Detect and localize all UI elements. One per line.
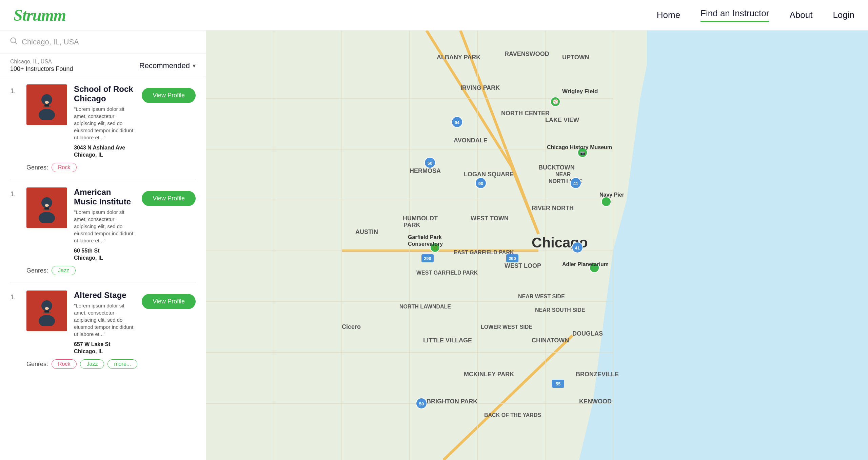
- genre-tag[interactable]: Jazz: [80, 359, 104, 369]
- svg-point-18: [45, 307, 49, 310]
- svg-text:41: 41: [575, 245, 580, 251]
- svg-text:Chicago History Museum: Chicago History Museum: [547, 144, 612, 150]
- result-desc: "Lorem ipsum dolor sit amet, consectetur…: [74, 302, 135, 338]
- view-profile-btn-wrap: View Profile: [142, 84, 196, 103]
- svg-text:41: 41: [573, 181, 578, 186]
- list-item: 1. American Music Institute: [0, 179, 206, 275]
- result-number: 1.: [10, 291, 20, 301]
- svg-text:HUMBOLDT: HUMBOLDT: [403, 215, 438, 222]
- chevron-down-icon: ▾: [193, 62, 196, 69]
- view-profile-button[interactable]: View Profile: [142, 191, 196, 206]
- results-list: 1. School of Rock Chicago ": [0, 76, 206, 460]
- svg-text:AUSTIN: AUSTIN: [355, 228, 378, 235]
- svg-rect-13: [43, 209, 51, 211]
- genres-label: Genres:: [26, 361, 48, 368]
- svg-text:WEST TOWN: WEST TOWN: [471, 215, 509, 222]
- svg-text:IRVING PARK: IRVING PARK: [460, 84, 500, 91]
- logo[interactable]: Strumm: [14, 6, 66, 24]
- svg-text:UPTOWN: UPTOWN: [562, 54, 589, 61]
- avatar: [26, 291, 67, 331]
- genres-row: Genres: Rock Jazz more...: [26, 359, 196, 369]
- filter-location: Chicago, IL, USA: [10, 59, 73, 65]
- filter-count: 100+ Instructors Found: [10, 65, 73, 73]
- svg-text:MCKINLEY PARK: MCKINLEY PARK: [464, 371, 514, 378]
- nav-home[interactable]: Home: [657, 10, 680, 20]
- avatar: [26, 84, 67, 125]
- svg-text:AVONDALE: AVONDALE: [454, 137, 488, 144]
- result-desc: "Lorem ipsum dolor sit amet, consectetur…: [74, 208, 135, 244]
- svg-text:90: 90: [478, 181, 483, 186]
- svg-text:Wrigley Field: Wrigley Field: [562, 88, 598, 95]
- svg-text:DOUGLAS: DOUGLAS: [572, 330, 603, 337]
- svg-text:LOWER WEST SIDE: LOWER WEST SIDE: [481, 324, 532, 330]
- view-profile-btn-wrap: View Profile: [142, 187, 196, 206]
- view-profile-button[interactable]: View Profile: [142, 88, 196, 103]
- nav-about[interactable]: About: [789, 10, 812, 20]
- nav-links: Home Find an Instructor About Login: [657, 8, 854, 22]
- svg-text:Cicero: Cicero: [342, 323, 361, 330]
- svg-text:NEAR: NEAR: [555, 172, 571, 177]
- svg-text:HERMOSA: HERMOSA: [410, 167, 441, 174]
- map-panel[interactable]: ALBANY PARK RAVENSWOOD UPTOWN IRVING PAR…: [206, 31, 868, 460]
- list-item: 1. Altered Stage "Lorem ips: [0, 282, 206, 369]
- main-container: Chicago, IL, USA 100+ Instructors Found …: [0, 31, 868, 460]
- svg-text:BACK OF THE YARDS: BACK OF THE YARDS: [484, 412, 541, 418]
- view-profile-btn-wrap: View Profile: [142, 291, 196, 309]
- svg-text:RIVER NORTH: RIVER NORTH: [532, 205, 574, 212]
- svg-text:RAVENSWOOD: RAVENSWOOD: [505, 51, 549, 57]
- result-desc: "Lorem ipsum dolor sit amet, consectetur…: [74, 105, 135, 141]
- svg-text:NORTH CENTER: NORTH CENTER: [501, 110, 550, 117]
- svg-text:50: 50: [428, 161, 432, 166]
- genre-tag[interactable]: more...: [107, 359, 137, 369]
- svg-text:Adler Planetarium: Adler Planetarium: [562, 261, 609, 267]
- svg-rect-19: [43, 312, 51, 314]
- nav-login[interactable]: Login: [833, 10, 854, 20]
- genres-row: Genres: Jazz: [26, 266, 196, 275]
- svg-text:55: 55: [556, 381, 560, 386]
- svg-text:KENWOOD: KENWOOD: [579, 398, 612, 405]
- svg-text:LOGAN SQUARE: LOGAN SQUARE: [464, 171, 514, 178]
- genre-tag[interactable]: Jazz: [52, 266, 76, 275]
- result-address: 60 55th St: [74, 247, 135, 255]
- svg-text:NEAR SOUTH SIDE: NEAR SOUTH SIDE: [535, 307, 585, 313]
- svg-text:Garfield Park: Garfield Park: [408, 234, 442, 240]
- svg-text:ALBANY PARK: ALBANY PARK: [437, 54, 480, 61]
- result-address: 657 W Lake St: [74, 340, 135, 348]
- result-city: Chicago, IL: [74, 255, 135, 261]
- result-number: 1.: [10, 187, 20, 198]
- result-info: School of Rock Chicago "Lorem ipsum dolo…: [74, 84, 135, 158]
- genre-tag[interactable]: Rock: [52, 359, 77, 369]
- result-address: 3043 N Ashland Ave: [74, 144, 135, 152]
- svg-text:📷: 📷: [580, 150, 585, 155]
- result-city: Chicago, IL: [74, 152, 135, 158]
- svg-text:290: 290: [424, 256, 431, 261]
- svg-point-6: [45, 101, 49, 104]
- search-input[interactable]: [22, 38, 196, 46]
- sort-label: Recommended: [139, 61, 190, 70]
- svg-text:LAKE VIEW: LAKE VIEW: [545, 117, 579, 123]
- svg-text:BRONZEVILLE: BRONZEVILLE: [576, 371, 619, 378]
- svg-text:EAST GARFIELD PARK: EAST GARFIELD PARK: [454, 249, 514, 255]
- result-info: Altered Stage "Lorem ipsum dolor sit ame…: [74, 291, 135, 355]
- svg-text:NEAR WEST SIDE: NEAR WEST SIDE: [518, 294, 565, 299]
- result-name: Altered Stage: [74, 291, 135, 300]
- sort-dropdown[interactable]: Recommended ▾: [139, 61, 196, 70]
- genre-tag[interactable]: Rock: [52, 163, 77, 172]
- svg-text:290: 290: [509, 256, 516, 261]
- svg-point-12: [45, 204, 49, 207]
- svg-text:50: 50: [419, 401, 424, 406]
- navbar: Strumm Home Find an Instructor About Log…: [0, 0, 868, 31]
- svg-text:Conservatory: Conservatory: [408, 241, 443, 247]
- svg-text:WEST LOOP: WEST LOOP: [505, 262, 541, 269]
- genres-row: Genres: Rock: [26, 163, 196, 172]
- filter-location-block: Chicago, IL, USA 100+ Instructors Found: [10, 59, 73, 73]
- view-profile-button[interactable]: View Profile: [142, 294, 196, 309]
- svg-text:NORTH LAWNDALE: NORTH LAWNDALE: [399, 304, 451, 309]
- list-item: 1. School of Rock Chicago ": [0, 76, 206, 172]
- search-bar: [0, 31, 206, 54]
- result-row: 1. Altered Stage "Lorem ips: [10, 291, 196, 355]
- nav-find-instructor[interactable]: Find an Instructor: [701, 8, 769, 22]
- svg-text:BUCKTOWN: BUCKTOWN: [538, 164, 575, 171]
- svg-text:PARK: PARK: [403, 222, 420, 228]
- svg-text:Navy Pier: Navy Pier: [599, 192, 624, 198]
